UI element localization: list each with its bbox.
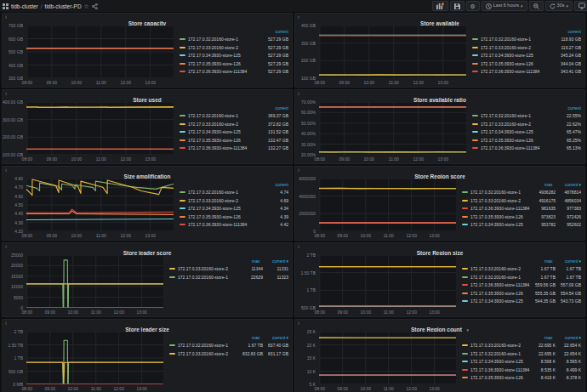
legend-swatch-green[interactable] [462,276,468,278]
legend-swatch-green[interactable] [180,38,185,40]
legend-series-label[interactable]: 172.17.0.35:3930-store-126 [481,61,550,66]
legend-series-label[interactable]: 172.17.0.36:3930-store-111384 [188,222,258,227]
legend-swatch-yellow[interactable] [169,268,175,270]
legend-header-current[interactable]: current [552,182,578,187]
legend-series-label[interactable]: 172.17.0.35:3930-store-126 [470,214,530,219]
add-panel-button[interactable] [432,1,448,11]
legend-series-label[interactable]: 172.17.0.32:20160-store-1 [470,351,530,356]
legend-header-current[interactable]: current [552,258,578,264]
legend-swatch-green[interactable] [462,353,468,355]
legend-swatch-cyan[interactable] [472,54,478,56]
legend-series-label[interactable]: 172.17.0.33:20160-store-2 [470,343,530,348]
legend-series-label[interactable]: 172.17.0.32:20160-store-1 [188,37,258,42]
legend-series-label[interactable]: 172.17.0.32:20160-store-1 [178,275,237,280]
legend-swatch-cyan[interactable] [180,54,185,56]
breadcrumb-dashboard[interactable]: tidb-cluster [11,3,38,9]
panel-menu-caret-icon[interactable]: ▾ [466,327,469,332]
legend-header-max[interactable]: max [527,258,552,264]
legend-swatch-cyan[interactable] [180,207,185,209]
legend-swatch-orange[interactable] [472,139,478,141]
legend-series-label[interactable]: 172.17.0.33:20160-store-2 [470,266,530,271]
legend-series-label[interactable]: 172.17.0.34:3930-store-125 [481,53,550,58]
panel-info-icon[interactable]: i [296,14,301,20]
legend-swatch-red[interactable] [462,207,468,209]
breadcrumb-page[interactable]: tidb-cluster-PD [45,3,82,9]
panel-info-icon[interactable]: i [3,14,9,20]
panel-info-icon[interactable]: i [3,244,9,249]
legend-swatch-yellow[interactable] [462,344,468,346]
legend-series-label[interactable]: 172.17.0.33:20160-store-2 [470,198,530,203]
legend-swatch-cyan[interactable] [462,361,468,362]
legend-series-label[interactable]: 172.17.0.33:20160-store-2 [178,266,237,271]
legend-header-current[interactable]: current [550,105,581,111]
legend-series-label[interactable]: 172.17.0.35:3930-store-126 [188,61,258,66]
legend-series-label[interactable]: 172.17.0.34:3930-store-125 [470,359,530,364]
zoom-out-button[interactable] [529,1,544,11]
legend-series-label[interactable]: 172.17.0.33:20160-store-2 [188,198,258,203]
legend-swatch-yellow[interactable] [180,200,185,202]
legend-swatch-red[interactable] [472,71,478,72]
legend-series-label[interactable]: 172.17.0.35:3930-store-126 [188,214,258,219]
legend-swatch-red[interactable] [462,369,468,371]
legend-header-current[interactable]: current [258,29,288,34]
legend-header-current[interactable]: current [258,182,288,187]
legend-series-label[interactable]: 172.17.0.34:3930-store-125 [188,206,258,211]
legend-swatch-green[interactable] [180,191,185,193]
panel-info-icon[interactable]: i [3,321,9,326]
legend-swatch-green[interactable] [472,115,478,116]
legend-swatch-yellow[interactable] [180,123,185,125]
legend-series-label[interactable]: 172.17.0.33:20160-store-2 [188,45,258,50]
legend-swatch-cyan[interactable] [472,131,478,133]
legend-swatch-red[interactable] [180,71,185,72]
star-icon[interactable]: ☆ [84,3,89,9]
legend-series-label[interactable]: 172.17.0.32:20160-store-1 [188,190,258,195]
legend-series-label[interactable]: 172.17.0.32:20160-store-1 [481,37,550,42]
legend-swatch-yellow[interactable] [180,47,185,48]
legend-swatch-orange[interactable] [472,63,478,65]
legend-series-label[interactable]: 172.17.0.36:3930-store-111384 [481,69,550,74]
dashboard-settings-button[interactable]: ⚙ [466,1,480,11]
legend-header-max[interactable]: max [234,335,259,340]
legend-series-label[interactable]: 172.17.0.32:20160-store-1 [178,343,237,348]
legend-swatch-green[interactable] [169,344,175,346]
panel-info-icon[interactable]: i [296,91,301,96]
legend-series-label[interactable]: 172.17.0.33:20160-store-2 [481,45,550,50]
legend-swatch-cyan[interactable] [462,300,468,302]
legend-series-label[interactable]: 172.17.0.32:20160-store-1 [481,113,550,118]
panel-info-icon[interactable]: i [296,321,301,326]
refresh-button[interactable]: 30s ▾ [545,1,573,11]
panel-info-icon[interactable]: i [3,91,9,96]
legend-header-max[interactable]: max [234,258,259,264]
legend-swatch-cyan[interactable] [462,224,468,225]
legend-header-max[interactable]: max [527,335,552,340]
legend-swatch-yellow[interactable] [462,268,468,270]
legend-header-current[interactable]: current [259,335,285,340]
legend-swatch-red[interactable] [180,147,185,149]
cycle-view-mode-button[interactable] [574,1,587,11]
legend-series-label[interactable]: 172.17.0.36:3930-store-111384 [470,282,530,287]
legend-series-label[interactable]: 172.17.0.33:20160-store-2 [481,122,550,127]
legend-series-label[interactable]: 172.17.0.36:3930-store-111384 [470,206,530,211]
legend-swatch-green[interactable] [169,276,175,278]
legend-swatch-yellow[interactable] [169,353,175,355]
legend-swatch-yellow[interactable] [472,123,478,125]
panel-info-icon[interactable]: i [3,168,9,173]
save-dashboard-button[interactable] [450,1,464,11]
legend-series-label[interactable]: 172.17.0.33:20160-store-2 [188,122,258,127]
legend-swatch-green[interactable] [180,115,185,116]
dashboards-grid-icon[interactable] [3,3,9,9]
legend-series-label[interactable]: 172.17.0.35:3930-store-126 [188,138,258,143]
legend-swatch-yellow[interactable] [462,200,468,202]
legend-swatch-red[interactable] [472,147,478,149]
legend-swatch-cyan[interactable] [180,131,185,133]
share-icon[interactable] [92,3,98,9]
legend-series-label[interactable]: 172.17.0.32:20160-store-1 [470,275,530,280]
legend-series-label[interactable]: 172.17.0.36:3930-store-111384 [481,145,550,151]
legend-series-label[interactable]: 172.17.0.35:3930-store-126 [470,291,530,296]
legend-header-current[interactable]: current [258,105,288,111]
legend-series-label[interactable]: 172.17.0.34:3930-store-125 [188,129,258,134]
legend-swatch-orange[interactable] [462,377,468,378]
legend-series-label[interactable]: 172.17.0.33:20160-store-2 [178,351,237,356]
legend-swatch-orange[interactable] [462,293,468,294]
legend-series-label[interactable]: 172.17.0.36:3930-store-111384 [188,145,258,151]
